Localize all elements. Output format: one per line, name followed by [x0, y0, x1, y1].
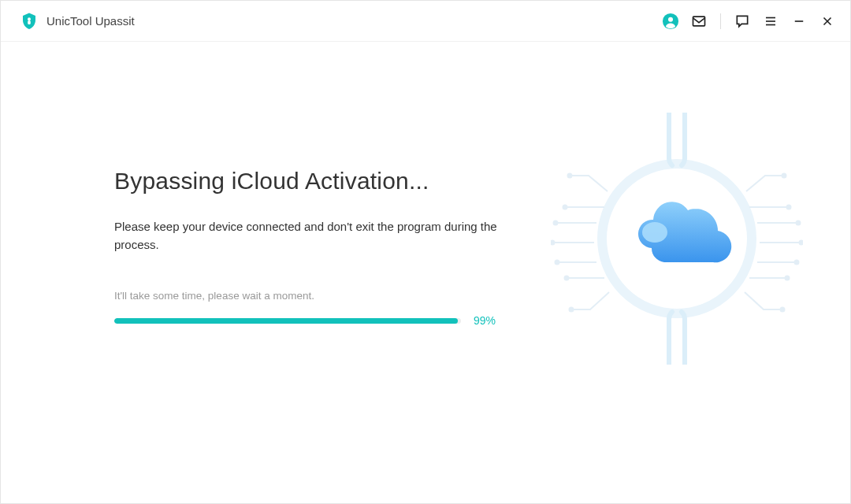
svg-point-18 — [570, 308, 574, 312]
wait-text: It'll take some time, please wait a mome… — [114, 290, 524, 302]
svg-point-12 — [563, 206, 567, 209]
svg-point-20 — [797, 221, 801, 225]
progress-label: 99% — [474, 314, 496, 327]
svg-point-25 — [781, 308, 785, 312]
svg-point-14 — [551, 241, 555, 245]
titlebar-icons — [662, 13, 836, 30]
account-icon[interactable] — [662, 13, 679, 30]
main-heading: Bypassing iCloud Activation... — [114, 168, 524, 195]
svg-point-26 — [642, 222, 667, 243]
app-title: UnicTool Upassit — [46, 14, 135, 28]
svg-point-19 — [787, 206, 791, 209]
progress-fill — [114, 318, 458, 324]
svg-point-15 — [556, 261, 559, 265]
minimize-icon[interactable] — [790, 13, 808, 30]
svg-rect-4 — [693, 17, 705, 26]
cloud-illustration — [551, 113, 803, 365]
svg-point-21 — [800, 241, 804, 245]
main-subtitle: Please keep your device connected and do… — [114, 218, 524, 254]
svg-point-24 — [782, 174, 786, 178]
svg-point-3 — [668, 17, 673, 21]
cloud-icon — [638, 202, 731, 262]
progress-row: 99% — [114, 314, 524, 327]
svg-point-23 — [786, 276, 790, 280]
mail-icon[interactable] — [690, 13, 708, 30]
svg-point-16 — [565, 276, 569, 280]
chat-icon[interactable] — [734, 13, 751, 30]
app-logo-icon — [20, 12, 39, 31]
svg-point-17 — [568, 174, 572, 178]
menu-icon[interactable] — [762, 13, 779, 30]
main-content: Bypassing iCloud Activation... Please ke… — [1, 42, 850, 503]
app-window: UnicTool Upassit — [0, 0, 851, 504]
titlebar: UnicTool Upassit — [1, 1, 850, 42]
close-icon[interactable] — [819, 13, 836, 30]
svg-point-22 — [795, 261, 799, 265]
main-text-block: Bypassing iCloud Activation... Please ke… — [114, 168, 524, 327]
svg-point-0 — [28, 17, 31, 20]
svg-rect-1 — [28, 20, 31, 24]
progress-track — [114, 318, 461, 324]
titlebar-divider — [720, 13, 721, 29]
svg-point-13 — [554, 221, 558, 225]
